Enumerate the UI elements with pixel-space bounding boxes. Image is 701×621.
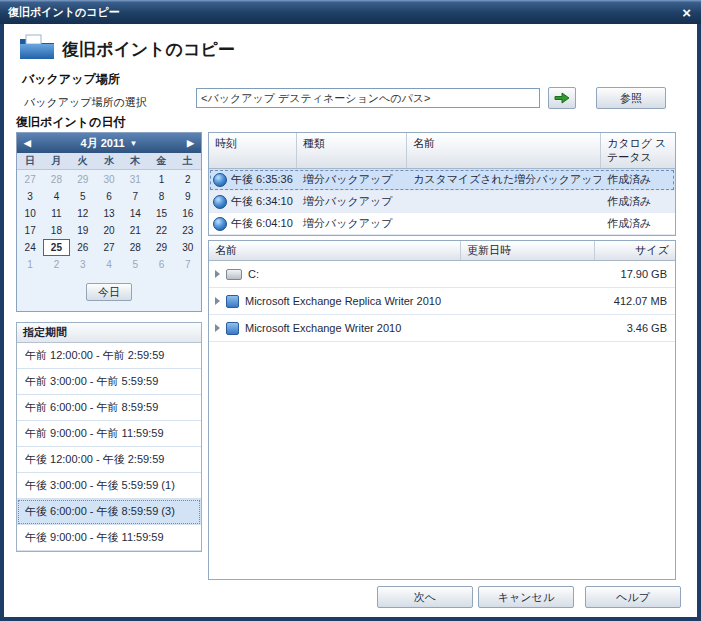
writer-icon <box>226 322 239 335</box>
next-button[interactable]: 次へ <box>377 586 473 608</box>
expand-icon[interactable] <box>215 297 220 305</box>
column-header-type[interactable]: 種類 <box>297 133 407 168</box>
calendar-day[interactable]: 29 <box>70 171 96 188</box>
recovery-time-cell: 午後 6:34:10 <box>209 194 297 209</box>
calendar-day[interactable]: 14 <box>122 205 148 222</box>
recovery-points-table: 時刻 種類 名前 カタログ ステータス 午後 6:35:36増分バックアップカス… <box>208 132 676 236</box>
period-item[interactable]: 午後 3:00:00 - 午後 5:59:59 (1) <box>17 473 201 499</box>
recovery-time: 午後 6:04:10 <box>231 216 293 231</box>
go-button[interactable] <box>548 87 576 109</box>
column-header-name[interactable]: 名前 <box>407 133 601 168</box>
calendar-day[interactable]: 6 <box>148 256 174 273</box>
calendar-day[interactable]: 9 <box>175 188 201 205</box>
calendar-day[interactable]: 1 <box>17 256 43 273</box>
weekday-label: 火 <box>70 154 96 168</box>
calendar-day[interactable]: 24 <box>17 239 43 256</box>
calendar: ◀ 4月 2011 ▼ ▶ 日月火水木金土 272829303112345678… <box>16 132 202 312</box>
calendar-day[interactable]: 25 <box>43 239 69 256</box>
calendar-day[interactable]: 11 <box>43 205 69 222</box>
content-row[interactable]: C:17.90 GB <box>209 261 675 288</box>
period-item[interactable]: 午後 12:00:00 - 午後 2:59:59 <box>17 447 201 473</box>
calendar-day[interactable]: 3 <box>70 256 96 273</box>
calendar-grid: 2728293031123456789101112131415161718192… <box>17 170 201 273</box>
period-item[interactable]: 午前 9:00:00 - 午前 11:59:59 <box>17 421 201 447</box>
calendar-day[interactable]: 12 <box>70 205 96 222</box>
calendar-day[interactable]: 13 <box>96 205 122 222</box>
calendar-day[interactable]: 1 <box>148 171 174 188</box>
calendar-day[interactable]: 17 <box>17 222 43 239</box>
next-month-icon[interactable]: ▶ <box>187 138 194 148</box>
calendar-day[interactable]: 29 <box>148 239 174 256</box>
content-size: 3.46 GB <box>595 322 675 334</box>
recovery-point-row[interactable]: 午後 6:35:36増分バックアップカスタマイズされた増分バックアップ作成済み <box>209 169 675 191</box>
prev-month-icon[interactable]: ◀ <box>24 138 31 148</box>
calendar-day[interactable]: 2 <box>175 171 201 188</box>
calendar-day[interactable]: 7 <box>175 256 201 273</box>
period-item[interactable]: 午前 12:00:00 - 午前 2:59:59 <box>17 343 201 369</box>
calendar-day[interactable]: 4 <box>96 256 122 273</box>
calendar-day[interactable]: 18 <box>43 222 69 239</box>
period-item[interactable]: 午前 3:00:00 - 午前 5:59:59 <box>17 369 201 395</box>
recovery-time: 午後 6:34:10 <box>231 194 293 209</box>
calendar-day[interactable]: 6 <box>96 188 122 205</box>
calendar-day[interactable]: 15 <box>148 205 174 222</box>
month-selector[interactable]: 4月 2011 ▼ <box>81 136 138 151</box>
content-row[interactable]: Microsoft Exchange Replica Writer 201041… <box>209 288 675 315</box>
recovery-time-cell: 午後 6:35:36 <box>209 172 297 187</box>
column-header-time[interactable]: 時刻 <box>209 133 297 168</box>
column-header-modified[interactable]: 更新日時 <box>461 241 595 260</box>
calendar-day[interactable]: 4 <box>43 188 69 205</box>
calendar-day[interactable]: 19 <box>70 222 96 239</box>
period-item[interactable]: 午後 9:00:00 - 午後 11:59:59 <box>17 525 201 551</box>
recovery-point-row[interactable]: 午後 6:34:10増分バックアップ作成済み <box>209 191 675 213</box>
calendar-day[interactable]: 30 <box>96 171 122 188</box>
calendar-day[interactable]: 5 <box>122 256 148 273</box>
calendar-day[interactable]: 27 <box>96 239 122 256</box>
titlebar: 復旧ポイントのコピー × <box>0 0 701 24</box>
calendar-day[interactable]: 30 <box>175 239 201 256</box>
period-panel: 指定期間 午前 12:00:00 - 午前 2:59:59午前 3:00:00 … <box>16 322 202 552</box>
period-item[interactable]: 午後 6:00:00 - 午後 8:59:59 (3) <box>17 499 201 525</box>
content-size: 412.07 MB <box>595 295 675 307</box>
calendar-day[interactable]: 7 <box>122 188 148 205</box>
expand-icon[interactable] <box>215 270 220 278</box>
calendar-day[interactable]: 3 <box>17 188 43 205</box>
calendar-day[interactable]: 2 <box>43 256 69 273</box>
weekday-label: 水 <box>96 154 122 168</box>
help-button[interactable]: ヘルプ <box>585 586 681 608</box>
calendar-day[interactable]: 22 <box>148 222 174 239</box>
recovery-time-cell: 午後 6:04:10 <box>209 216 297 231</box>
recovery-point-row[interactable]: 午後 6:04:10増分バックアップ作成済み <box>209 213 675 235</box>
calendar-day[interactable]: 31 <box>122 171 148 188</box>
chevron-down-icon[interactable]: ▼ <box>130 139 138 148</box>
calendar-day[interactable]: 8 <box>148 188 174 205</box>
calendar-day[interactable]: 26 <box>70 239 96 256</box>
column-header-content-name[interactable]: 名前 <box>209 241 461 260</box>
calendar-day[interactable]: 23 <box>175 222 201 239</box>
calendar-day[interactable]: 28 <box>43 171 69 188</box>
close-icon[interactable]: × <box>682 5 691 20</box>
cancel-button[interactable]: キャンセル <box>478 586 574 608</box>
weekday-label: 土 <box>175 154 201 168</box>
contents-body: C:17.90 GBMicrosoft Exchange Replica Wri… <box>209 261 675 342</box>
page-title: 復旧ポイントのコピー <box>62 38 235 61</box>
calendar-day[interactable]: 16 <box>175 205 201 222</box>
calendar-day[interactable]: 20 <box>96 222 122 239</box>
writer-icon <box>226 295 239 308</box>
column-header-catalog-status[interactable]: カタログ ステータス <box>601 133 675 168</box>
calendar-day[interactable]: 27 <box>17 171 43 188</box>
calendar-day[interactable]: 28 <box>122 239 148 256</box>
backup-path-input[interactable] <box>196 88 540 108</box>
calendar-day[interactable]: 21 <box>122 222 148 239</box>
column-header-size[interactable]: サイズ <box>595 241 675 260</box>
calendar-day[interactable]: 10 <box>17 205 43 222</box>
catalog-status: 作成済み <box>601 194 675 209</box>
content-name-cell: Microsoft Exchange Replica Writer 2010 <box>209 295 461 308</box>
period-item[interactable]: 午前 6:00:00 - 午前 8:59:59 <box>17 395 201 421</box>
today-button[interactable]: 今日 <box>86 283 132 301</box>
recovery-points-header: 時刻 種類 名前 カタログ ステータス <box>209 133 675 169</box>
content-row[interactable]: Microsoft Exchange Writer 20103.46 GB <box>209 315 675 342</box>
expand-icon[interactable] <box>215 324 220 332</box>
calendar-day[interactable]: 5 <box>70 188 96 205</box>
browse-button[interactable]: 参照 <box>596 87 666 109</box>
